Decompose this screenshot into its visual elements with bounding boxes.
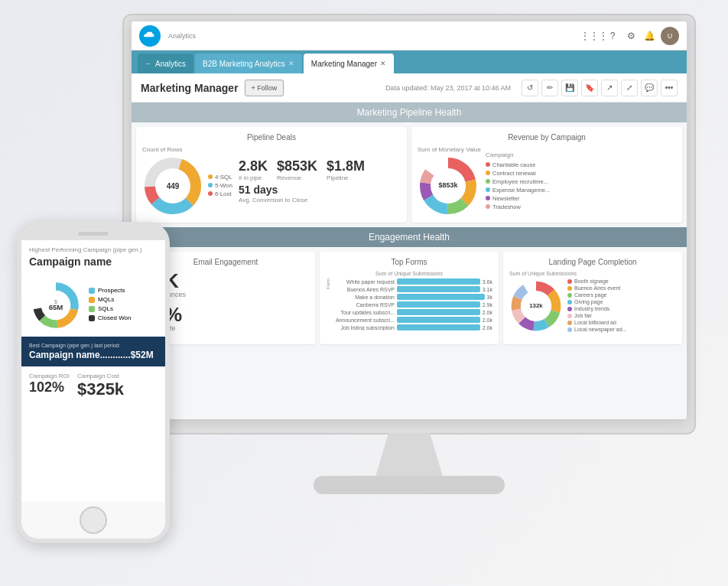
bar-label-5: Announcement subscri... [333, 317, 395, 323]
pipeline-row: Pipeline Deals Count of Rows [132, 122, 687, 227]
legend-booth: Booth signage [567, 278, 627, 284]
pipeline-section-header: Marketing Pipeline Health [132, 103, 687, 122]
tab-b2b-close[interactable]: ✕ [288, 60, 294, 67]
dashboard-content: Marketing Pipeline Health Pipeline Deals… [132, 103, 687, 419]
legend-dot-booth [567, 279, 572, 284]
legend-item-lost: 6·Lost [208, 190, 232, 197]
legend-label-tradeshow: Tradeshow [492, 203, 521, 210]
svg-text:132k: 132k [529, 302, 543, 309]
bar-fill-0 [397, 278, 480, 285]
phone-roi-label: Campaign ROI [29, 373, 70, 379]
share-icon[interactable]: ↗ [601, 80, 618, 96]
engagement-section-header: Engagement Health [132, 227, 687, 247]
bar-label-6: Job listing subscription [333, 325, 395, 330]
monitor-screen: Analytics ← Analytics B2B Marketing Anal… [132, 21, 687, 419]
donut-legend-area: 449 4·SQL [142, 155, 232, 216]
phone-notch [21, 226, 165, 240]
bar-label-1: Buenos Aires RSVP [333, 287, 395, 292]
undo-icon[interactable]: ↺ [522, 80, 538, 96]
more-icon[interactable]: ••• [661, 80, 678, 96]
pipeline-legend: 4·SQL 5·Won [208, 174, 232, 199]
bar-row-3: Canberra RSVP 2.9k [333, 301, 492, 308]
legend-dot-giving [567, 300, 572, 304]
bar-label-2: Make a donation [333, 295, 395, 300]
bar-row-1: Buenos Aires RSVP 3.1k [333, 286, 492, 292]
phone-chart-area: $ 65M Prospects MQLs SQLs [21, 274, 165, 337]
phone-content: Highest Performing Campaign (pipe gen.) … [21, 240, 165, 502]
tab-b2b[interactable]: B2B Marketing Analytics ✕ [195, 54, 302, 73]
bar-row-2: Make a donation 3k [333, 294, 492, 300]
salesforce-logo [139, 25, 161, 47]
legend-dot-expense [486, 187, 490, 192]
campaign-legend-header: Campaign [486, 151, 550, 158]
notifications-icon[interactable]: 🔔 [642, 29, 656, 43]
bar-fill-2 [397, 294, 485, 300]
comment-icon[interactable]: 💬 [641, 80, 658, 96]
landing-page-card: Landing Page Completion Sum of Unique Su… [503, 252, 682, 344]
bookmark-icon[interactable]: 🔖 [581, 80, 598, 96]
legend-label-billboard: Local billboard ad [574, 320, 616, 325]
save-icon[interactable]: 💾 [561, 80, 578, 96]
legend-label-industry: Industry trends [574, 306, 609, 311]
stat-pipeline-label: Pipeline [327, 174, 365, 181]
legend-tradeshow: Tradeshow [486, 203, 550, 210]
forms-bar-chart: White paper request 3.6k Buenos Aires RS… [333, 278, 492, 330]
landing-chart-label: Sum of Unique Submissions [509, 271, 676, 276]
legend-newspaper: Local newspaper ad... [567, 327, 627, 332]
phone-metric-roi: Campaign ROI 102% [29, 373, 70, 399]
bar-val-1: 3.1k [483, 287, 492, 292]
pipeline-inner: Count of Rows [142, 146, 401, 216]
stat-conversion: 51 days Avg. Conversion to Close [239, 184, 307, 203]
phone-home-button[interactable] [80, 506, 107, 534]
follow-button[interactable]: + Follow [245, 80, 284, 96]
legend-label-careers: Careers page [574, 292, 606, 298]
legend-dot-careers [567, 293, 572, 298]
tab-marketing-manager[interactable]: Marketing Manager ✕ [304, 54, 394, 73]
expand-icon[interactable]: ⤢ [621, 80, 638, 96]
user-avatar[interactable]: U [661, 27, 679, 45]
legend-label-won: 5·Won [215, 182, 232, 189]
pipeline-deals-card: Pipeline Deals Count of Rows [136, 127, 407, 223]
legend-ba-event: Buenos Aires event [567, 285, 627, 291]
legend-dot-job-fair [567, 314, 572, 318]
donut-label: Count of Rows [142, 146, 232, 153]
edit-icon[interactable]: ✏ [541, 80, 558, 96]
phone-cost-label: Campaign Cost [77, 373, 124, 379]
legend-label-expense: Expense Manageme... [492, 187, 550, 194]
stat-pipeline-value: $1.8M [327, 159, 365, 174]
legend-dot-industry [567, 307, 572, 311]
phone-speaker [78, 232, 109, 236]
settings-icon[interactable]: ⚙ [624, 29, 638, 43]
bar-fill-1 [397, 286, 480, 292]
svg-text:$853k: $853k [438, 181, 458, 189]
stat-in-pipe-label: # in pipe [239, 174, 268, 181]
breadcrumb-analytics[interactable]: Analytics [168, 32, 196, 40]
legend-label-job-fair: Job fair [574, 313, 592, 318]
revenue-inner: Sum of Monetary Value [418, 146, 676, 216]
forms-y-label: Form [326, 278, 330, 289]
phone-legend-dot-sqls [89, 306, 95, 312]
top-forms-card: Top Forms Sum of Unique Submissions Form… [320, 252, 499, 344]
stat-revenue: $853K Revenue [277, 159, 317, 181]
revenue-donut-label: Sum of Monetary Value [418, 146, 481, 153]
help-icon[interactable]: ? [606, 29, 619, 43]
legend-dot-charitable [486, 162, 490, 167]
legend-expense: Expense Manageme... [486, 187, 550, 194]
phone-donut: $ 65M [29, 278, 83, 332]
legend-dot-employee [486, 179, 490, 184]
bar-label-3: Canberra RSVP [333, 302, 395, 308]
stat-conversion-value: 51 days [239, 184, 307, 196]
tab-analytics[interactable]: ← Analytics [138, 54, 193, 73]
tab-marketing-manager-close[interactable]: ✕ [380, 60, 386, 67]
legend-label-contract: Contract renewal [492, 170, 536, 177]
legend-dot-lost [208, 191, 213, 196]
page-header: Marketing Manager + Follow Data updated:… [132, 73, 687, 103]
legend-newsletter: Newsletter [486, 195, 550, 202]
svg-text:449: 449 [167, 182, 180, 190]
bar-fill-3 [397, 301, 480, 308]
bar-val-6: 2.0k [483, 325, 492, 330]
apps-icon[interactable]: ⋮⋮⋮ [587, 29, 601, 43]
phone-campaign-name: Campaign name [29, 256, 158, 268]
bar-val-3: 2.9k [483, 302, 492, 308]
tab-b2b-label: B2B Marketing Analytics [203, 60, 285, 68]
